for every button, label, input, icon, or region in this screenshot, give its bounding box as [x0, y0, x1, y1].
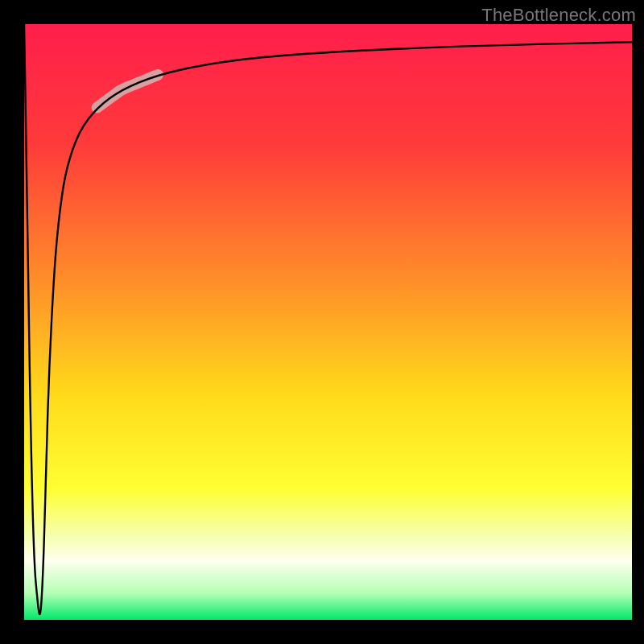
curve-line: [24, 24, 632, 614]
plot-area: [24, 24, 632, 620]
attribution-text: TheBottleneck.com: [481, 5, 636, 26]
bottleneck-curve: [24, 24, 632, 620]
